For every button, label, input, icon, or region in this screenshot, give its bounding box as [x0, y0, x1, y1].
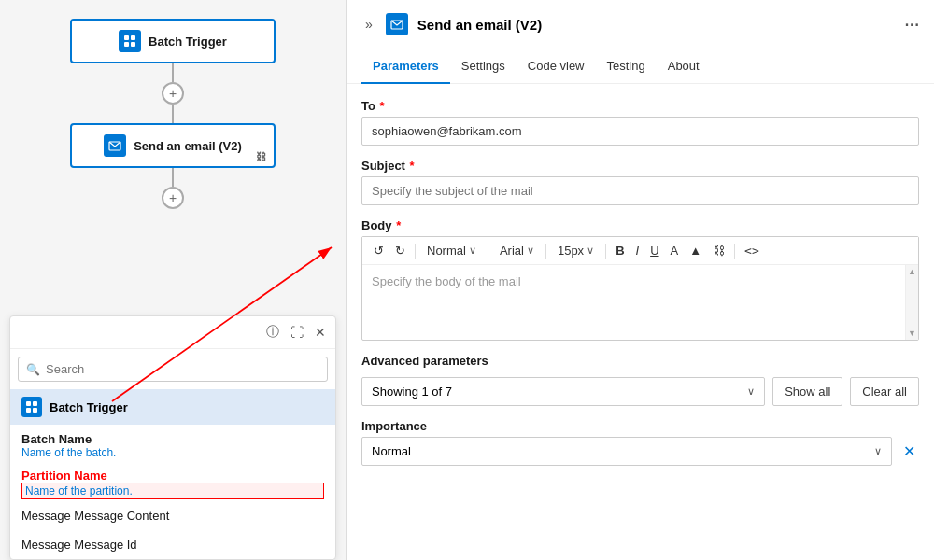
- body-label: Body *: [361, 218, 919, 232]
- connector-line-2: [172, 105, 174, 123]
- param-batch-name-label: Batch Name: [21, 432, 324, 446]
- expand-button[interactable]: ⛶: [289, 323, 305, 342]
- send-email-icon: [104, 134, 126, 157]
- svg-rect-6: [33, 401, 37, 406]
- advanced-parameters-section: Advanced parameters Showing 1 of 7 ∨ Sho…: [361, 354, 919, 406]
- importance-chevron: ∨: [874, 445, 882, 457]
- tab-parameters[interactable]: Parameters: [361, 49, 450, 84]
- bold-button[interactable]: B: [612, 242, 628, 259]
- connector-2: +: [162, 168, 184, 209]
- rte-body-container: Specify the body of the mail ▲ ▼: [362, 265, 918, 340]
- importance-row: Normal ∨ ✕: [361, 437, 919, 466]
- param-message-id[interactable]: Message Message Id: [10, 530, 335, 559]
- link-button[interactable]: ⛓: [709, 242, 729, 259]
- trigger-section-label: Batch Trigger: [50, 400, 128, 414]
- to-label: To *: [361, 99, 919, 113]
- advanced-chevron: ∨: [747, 385, 755, 398]
- info-button[interactable]: ⓘ: [264, 322, 281, 343]
- subject-input[interactable]: [361, 176, 919, 205]
- tab-settings[interactable]: Settings: [450, 49, 517, 84]
- batch-trigger-node[interactable]: Batch Trigger: [70, 19, 276, 63]
- toolbar-separator-2: [488, 244, 488, 259]
- scroll-up-arrow: ▲: [908, 267, 916, 276]
- importance-value: Normal: [372, 444, 411, 458]
- subject-label: Subject *: [361, 159, 919, 173]
- param-message-content-label: Message Message Content: [21, 509, 169, 523]
- tabs-bar: Parameters Settings Code view Testing Ab…: [347, 49, 934, 84]
- param-partition-name-label: Partition Name: [21, 469, 324, 483]
- show-all-button[interactable]: Show all: [772, 377, 842, 406]
- clear-all-button[interactable]: Clear all: [850, 377, 919, 406]
- param-batch-name[interactable]: Batch Name Name of the batch.: [10, 425, 335, 461]
- toolbar-separator-5: [734, 244, 735, 259]
- italic-button[interactable]: I: [632, 242, 644, 259]
- body-placeholder: Specify the body of the mail: [372, 274, 521, 288]
- importance-field-group: Importance Normal ∨ ✕: [361, 419, 919, 466]
- importance-dropdown[interactable]: Normal ∨: [361, 437, 892, 466]
- link-icon: ⛓: [256, 151, 266, 162]
- undo-button[interactable]: ↺: [370, 242, 388, 259]
- font-color-button[interactable]: A: [667, 242, 683, 259]
- advanced-label: Advanced parameters: [361, 354, 919, 368]
- highlight-button[interactable]: ▲: [686, 242, 705, 259]
- param-partition-name-desc: Name of the partition.: [21, 483, 324, 499]
- form-body: To * Subject * Body * ↺ ↻ Normal: [347, 84, 934, 481]
- font-chevron: ∨: [527, 245, 534, 257]
- send-email-node[interactable]: Send an email (V2) ⛓: [70, 123, 276, 168]
- search-input[interactable]: [46, 362, 319, 376]
- connector-1: +: [162, 63, 184, 123]
- importance-label: Importance: [361, 419, 919, 433]
- batch-trigger-icon: [119, 30, 141, 52]
- advanced-row: Showing 1 of 7 ∨ Show all Clear all: [361, 377, 919, 406]
- rte-toolbar: ↺ ↻ Normal ∨ Arial ∨ 15px ∨: [362, 237, 918, 265]
- connector-line-3: [172, 168, 174, 187]
- right-panel: » Send an email (V2) ⋯ Parameters Settin…: [346, 0, 934, 560]
- underline-button[interactable]: U: [646, 242, 662, 259]
- to-input[interactable]: [361, 117, 919, 146]
- connector-line: [172, 63, 174, 82]
- code-button[interactable]: <>: [741, 242, 763, 259]
- right-panel-icon: [386, 13, 408, 35]
- tab-testing[interactable]: Testing: [596, 49, 657, 84]
- font-label: Arial: [500, 244, 524, 258]
- left-panel: Batch Trigger + Send an email (V2) ⛓ +: [0, 0, 346, 560]
- font-dropdown[interactable]: Arial ∨: [494, 242, 540, 259]
- panel-header: ⓘ ⛶ ✕: [10, 316, 335, 349]
- param-message-content[interactable]: Message Message Content: [10, 501, 335, 530]
- to-required: *: [380, 99, 385, 113]
- svg-rect-5: [26, 401, 31, 406]
- toolbar-separator-3: [545, 244, 546, 259]
- advanced-dropdown[interactable]: Showing 1 of 7 ∨: [361, 377, 765, 406]
- add-step-btn-2[interactable]: +: [162, 187, 184, 209]
- batch-trigger-label: Batch Trigger: [149, 35, 227, 49]
- tab-code-view[interactable]: Code view: [517, 49, 596, 84]
- param-message-id-label: Message Message Id: [21, 538, 137, 552]
- tab-about[interactable]: About: [657, 49, 711, 84]
- rte-body[interactable]: Specify the body of the mail: [362, 265, 918, 340]
- send-email-label: Send an email (V2): [134, 139, 242, 153]
- importance-clear-button[interactable]: ✕: [899, 439, 919, 464]
- collapse-button[interactable]: »: [361, 13, 376, 35]
- size-chevron: ∨: [587, 245, 594, 257]
- svg-rect-1: [131, 35, 135, 40]
- batch-trigger-section: Batch Trigger: [10, 389, 335, 425]
- style-label: Normal: [427, 244, 466, 258]
- body-required: *: [396, 218, 401, 232]
- redo-button[interactable]: ↻: [391, 242, 409, 259]
- style-dropdown[interactable]: Normal ∨: [421, 242, 482, 259]
- param-batch-name-desc: Name of the batch.: [21, 446, 324, 459]
- close-panel-button[interactable]: ✕: [313, 323, 328, 342]
- search-icon: 🔍: [26, 363, 40, 376]
- to-field-group: To *: [361, 99, 919, 146]
- param-partition-name[interactable]: Partition Name Name of the partition.: [10, 461, 335, 501]
- subject-required: *: [410, 159, 415, 173]
- rich-text-editor: ↺ ↻ Normal ∨ Arial ∨ 15px ∨: [361, 236, 919, 341]
- style-chevron: ∨: [469, 245, 476, 257]
- rte-scrollbar[interactable]: ▲ ▼: [905, 265, 918, 340]
- workflow-canvas: Batch Trigger + Send an email (V2) ⛓ +: [0, 19, 346, 209]
- add-step-btn-1[interactable]: +: [162, 82, 184, 105]
- right-header: » Send an email (V2) ⋯: [347, 0, 934, 49]
- size-dropdown[interactable]: 15px ∨: [552, 242, 600, 259]
- more-options-button[interactable]: ⋯: [904, 16, 919, 34]
- svg-rect-8: [33, 408, 37, 413]
